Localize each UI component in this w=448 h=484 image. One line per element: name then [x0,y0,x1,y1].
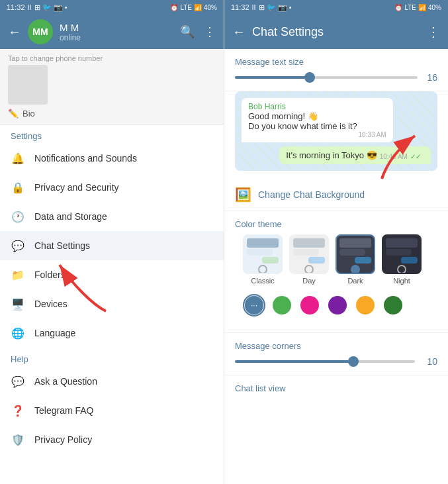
day-preview [289,234,329,274]
classic-preview [243,234,283,274]
right-back-button[interactable]: ← [232,24,246,40]
chat-list-section: Chat list view [224,375,448,396]
alarm-icon: ⏰ [170,4,178,11]
bio-row: ✏️ Bio [8,109,216,119]
text-size-thumb[interactable] [304,72,315,83]
dark-preview [336,234,375,274]
corners-track[interactable] [235,360,415,363]
search-icon[interactable]: 🔍 [180,24,195,39]
signal-bars: 📶 [194,4,202,11]
sent-check-icon: ✓✓ [410,153,421,160]
color-dot-pink-inner [300,296,319,315]
help-section-label: Help [0,348,224,367]
chat-settings-icon: 💬 [11,238,25,253]
notifications-label: Notifications and Sounds [34,153,137,164]
ask-question-label: Ask a Question [34,376,97,387]
bio-icon: ✏️ [8,109,19,119]
day-recv [293,249,319,256]
right-status-time-area: 11:32 II ⊞ 🐦 📷 • [231,3,292,12]
menu-item-privacy[interactable]: 🔒 Privacy and Security [0,173,224,202]
color-dot-dark-green-inner [384,296,402,315]
color-dot-yellow-inner [356,296,375,315]
avatar-initials: MM [32,26,48,37]
text-size-slider-row: 16 [235,72,437,83]
night-radio [397,265,406,274]
menu-item-folders[interactable]: 📁 Folders [0,260,224,289]
color-dot-pink[interactable] [298,294,321,316]
text-size-track[interactable] [235,76,418,79]
right-battery: 40% [428,4,441,11]
menu-item-language[interactable]: 🌐 Language [0,318,224,348]
dark-radio [351,265,360,274]
menu-item-chat-settings[interactable]: 💬 Chat Settings [0,231,224,260]
user-avatar: MM [28,19,53,44]
color-dot-blue-inner: ··· [245,296,263,315]
color-dot-dark-green[interactable] [382,294,404,316]
color-dot-blue[interactable]: ··· [243,294,265,316]
theme-dark[interactable]: Dark [336,234,375,285]
left-battery: 40% [204,4,217,11]
privacy-icon: 🔒 [11,180,25,195]
right-lte-icon: LTE [404,4,416,11]
received-message-1: Bob Harris Good morning! 👋 Do you know w… [242,98,393,142]
left-status-time: 11:32 II ⊞ 🐦 📷 • [7,3,67,12]
language-label: Language [34,328,75,338]
text-size-value: 16 [424,72,437,83]
color-theme-section: Color theme Classic [224,211,448,333]
data-icon: 🕐 [11,209,25,224]
night-header [386,238,418,248]
signal-icon: II [28,3,32,11]
right-app-icons: ⊞ 🐦 📷 • [259,3,292,12]
corners-value: 10 [422,356,437,367]
menu-item-faq[interactable]: ❓ Telegram FAQ [0,396,224,425]
change-bg-row[interactable]: 🖼️ Change Chat Background [224,179,448,211]
menu-item-data-storage[interactable]: 🕐 Data and Storage [0,202,224,231]
ask-icon: 💬 [11,374,25,389]
night-recv [386,249,412,256]
night-name: Night [393,277,410,285]
menu-item-ask-question[interactable]: 💬 Ask a Question [0,367,224,396]
menu-item-notifications[interactable]: 🔔 Notifications and Sounds [0,144,224,173]
right-signal-icon: II [252,3,256,11]
lte-icon: LTE [180,4,192,11]
user-info: M M online [60,22,173,42]
left-back-button[interactable]: ← [8,24,21,40]
app-icons: ⊞ 🐦 📷 • [34,3,67,12]
right-status-bar: 11:32 II ⊞ 🐦 📷 • ⏰ LTE 📶 40% [224,0,448,15]
text-size-label: Message text size [235,57,437,67]
right-more-icon[interactable]: ⋮ [427,24,440,40]
right-content: Message text size 16 Bob Harris Good mor… [224,49,448,484]
theme-classic[interactable]: Classic [243,234,283,285]
color-dot-yellow[interactable] [354,294,377,316]
sent-message: It's morning in Tokyo 😎 10:48 AM ✓✓ [279,146,431,164]
classic-radio [258,265,267,274]
theme-night[interactable]: Night [382,234,422,285]
user-status: online [60,33,173,42]
corners-fill [235,360,352,363]
page-title: Chat Settings [252,25,420,39]
right-alarm-icon: ⏰ [394,4,402,11]
data-label: Data and Storage [34,211,107,222]
chat-list-label: Chat list view [235,383,437,393]
color-dot-green[interactable] [271,294,293,316]
profile-section: Tap to change phone number ✏️ Bio [0,49,224,124]
theme-day[interactable]: Day [289,234,329,285]
more-options-icon[interactable]: ⋮ [204,24,216,39]
privacy-policy-label: Privacy Policy [34,434,92,445]
classic-header [247,238,279,248]
settings-section: Settings 🔔 Notifications and Sounds 🔒 Pr… [0,124,224,484]
corners-thumb[interactable] [348,356,359,367]
faq-label: Telegram FAQ [34,405,93,416]
profile-image [8,65,48,105]
menu-item-devices[interactable]: 🖥️ Devices [0,289,224,318]
faq-icon: ❓ [11,403,25,418]
right-signal-bars: 📶 [418,4,426,11]
folders-label: Folders [34,269,66,280]
menu-item-privacy-policy[interactable]: 🛡️ Privacy Policy [0,425,224,454]
privacy-label: Privacy and Security [34,182,119,193]
color-dot-purple-inner [328,296,347,315]
color-dot-purple[interactable] [326,294,349,316]
change-bg-icon: 🖼️ [235,187,251,203]
sent-time: 10:48 AM [380,153,408,160]
folders-icon: 📁 [11,267,25,282]
